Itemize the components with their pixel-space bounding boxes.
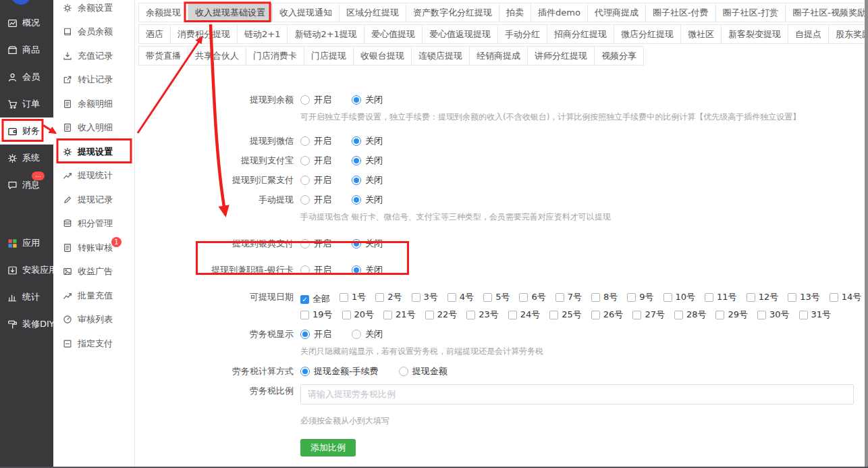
tab-新客裂变提现[interactable]: 新客裂变提现 (721, 24, 788, 44)
labor-tax-ratio-input[interactable] (300, 384, 854, 405)
radio-checked[interactable] (352, 156, 361, 165)
checkbox-unchecked[interactable] (375, 293, 384, 302)
radio-option-开启[interactable]: 开启 (300, 328, 331, 341)
radio-unchecked[interactable] (300, 136, 310, 146)
tab-招商分红提现[interactable]: 招商分红提现 (547, 24, 614, 44)
radio-option-开启[interactable]: 开启 (300, 134, 331, 148)
checkbox-unchecked[interactable] (799, 311, 808, 319)
tab-收入提现通知[interactable]: 收入提现通知 (272, 3, 340, 22)
checkbox-option-30号[interactable]: 30号 (757, 308, 790, 321)
checkbox-option-6号[interactable]: 6号 (519, 290, 545, 304)
checkbox-option-13号[interactable]: 13号 (788, 290, 820, 304)
checkbox-option-24号[interactable]: 24号 (508, 308, 541, 321)
radio-option-提现金额[interactable]: 提现金额 (399, 365, 447, 378)
radio-option-提现金额-手续费[interactable]: 提现金额-手续费 (300, 365, 379, 378)
tab-收入提现基础设置[interactable]: 收入提现基础设置 (188, 3, 273, 22)
radio-checked[interactable] (300, 367, 310, 376)
tab-拍卖[interactable]: 拍卖 (499, 3, 531, 22)
checkbox-option-1号[interactable]: 1号 (340, 290, 366, 304)
vertical-scrollbar[interactable] (865, 0, 868, 468)
submenu-item-转账审核[interactable]: 转账审核1 (53, 236, 134, 260)
checkbox-unchecked[interactable] (555, 293, 564, 302)
submenu-item-收入明细[interactable]: 收入明细 (53, 116, 134, 140)
submenu-item-提现统计[interactable]: 提现统计 (53, 164, 134, 188)
sidebar-item-商品[interactable]: 商品 (0, 36, 53, 63)
checkbox-unchecked[interactable] (447, 293, 456, 302)
checkbox-option-25号[interactable]: 25号 (549, 308, 582, 321)
tab-股东奖励提现[interactable]: 股东奖励提现 (828, 24, 868, 44)
radio-option-关闭[interactable]: 关闭 (352, 193, 383, 207)
sidebar-item-应用[interactable]: 应用 (0, 230, 53, 257)
checkbox-unchecked[interactable] (466, 311, 475, 319)
checkbox-option-31号[interactable]: 31号 (799, 308, 832, 321)
checkbox-unchecked[interactable] (674, 311, 683, 319)
submenu-item-提现记录[interactable]: 提现记录 (53, 188, 134, 212)
radio-checked[interactable] (352, 265, 361, 275)
tab-圈子社区-付费[interactable]: 圈子社区-付费 (645, 3, 716, 22)
checkbox-option-8号[interactable]: 8号 (591, 290, 618, 304)
sidebar-item-系统[interactable]: 系统 (0, 145, 53, 172)
radio-option-关闭[interactable]: 关闭 (352, 237, 383, 251)
radio-checked[interactable] (352, 176, 361, 185)
checkbox-unchecked[interactable] (757, 311, 766, 319)
checkbox-unchecked[interactable] (342, 311, 351, 319)
checkbox-unchecked[interactable] (788, 293, 796, 302)
submenu-item-余额设置[interactable]: 余额设置 (53, 0, 134, 20)
sidebar-item-装修DIY[interactable]: 装修DIY (0, 311, 53, 338)
submenu-item-提现设置[interactable]: 提现设置 (53, 140, 134, 164)
add-ratio-button[interactable]: 添加比例 (300, 439, 356, 457)
checkbox-option-23号[interactable]: 23号 (466, 308, 499, 321)
tab-经销商提成[interactable]: 经销商提成 (469, 46, 528, 66)
checkbox-unchecked[interactable] (715, 311, 724, 319)
radio-unchecked[interactable] (300, 176, 310, 185)
tab-区域分红提现[interactable]: 区域分红提现 (339, 3, 406, 22)
checkbox-option-5号[interactable]: 5号 (483, 290, 510, 304)
tab-爱心值返现提现[interactable]: 爱心值返现提现 (422, 24, 498, 44)
checkbox-option-全部[interactable]: 全部 (300, 292, 330, 306)
tab-爱心值提现[interactable]: 爱心值提现 (364, 24, 423, 44)
tab-消费积分提现[interactable]: 消费积分提现 (170, 24, 238, 44)
checkbox-unchecked[interactable] (627, 293, 636, 302)
tab-新链动2+1提现[interactable]: 新链动2+1提现 (287, 24, 364, 44)
checkbox-option-22号[interactable]: 22号 (425, 308, 458, 321)
checkbox-option-11号[interactable]: 11号 (705, 290, 737, 304)
tab-余额提现[interactable]: 余额提现 (138, 3, 188, 22)
checkbox-option-28号[interactable]: 28号 (674, 308, 707, 321)
tab-视频分享[interactable]: 视频分享 (594, 46, 644, 66)
checkbox-unchecked[interactable] (549, 311, 558, 319)
checkbox-option-7号[interactable]: 7号 (555, 290, 582, 304)
tab-圈子社区-视频奖励[interactable]: 圈子社区-视频奖励 (785, 3, 868, 22)
radio-option-开启[interactable]: 开启 (300, 93, 331, 107)
checkbox-option-2号[interactable]: 2号 (375, 290, 402, 304)
tab-门店提现[interactable]: 门店提现 (304, 46, 354, 66)
tab-连锁店提现[interactable]: 连锁店提现 (411, 46, 470, 66)
checkbox-option-20号[interactable]: 20号 (342, 308, 375, 321)
radio-unchecked[interactable] (300, 239, 310, 249)
radio-option-关闭[interactable]: 关闭 (352, 328, 383, 341)
checkbox-option-10号[interactable]: 10号 (663, 290, 696, 304)
checkbox-unchecked[interactable] (483, 293, 492, 302)
checkbox-option-29号[interactable]: 29号 (715, 308, 748, 321)
radio-unchecked[interactable] (300, 195, 310, 205)
sidebar-item-订单[interactable]: 订单 (0, 90, 53, 118)
submenu-item-转让记录[interactable]: 转让记录 (53, 68, 134, 93)
tab-门店消费卡[interactable]: 门店消费卡 (246, 46, 304, 66)
radio-checked[interactable] (352, 239, 361, 249)
radio-checked[interactable] (352, 136, 361, 146)
radio-option-开启[interactable]: 开启 (300, 174, 331, 187)
sidebar-item-财务[interactable]: 财务 (0, 118, 53, 145)
radio-option-关闭[interactable]: 关闭 (352, 263, 383, 277)
tab-链动2+1[interactable]: 链动2+1 (237, 24, 288, 44)
radio-option-关闭[interactable]: 关闭 (352, 93, 383, 107)
sidebar-item-会员[interactable]: 会员 (0, 63, 53, 90)
checkbox-unchecked[interactable] (591, 293, 600, 302)
submenu-item-批量充值[interactable]: 批量充值 (53, 284, 134, 308)
radio-checked[interactable] (300, 330, 310, 339)
radio-unchecked[interactable] (300, 156, 310, 165)
tab-共享合伙人[interactable]: 共享合伙人 (188, 46, 246, 66)
sidebar-item-统计[interactable]: 统计 (0, 284, 53, 311)
tab-代理商提成[interactable]: 代理商提成 (587, 3, 646, 22)
checkbox-option-3号[interactable]: 3号 (412, 290, 438, 304)
radio-checked[interactable] (352, 195, 361, 205)
checkbox-checked[interactable] (300, 295, 309, 304)
